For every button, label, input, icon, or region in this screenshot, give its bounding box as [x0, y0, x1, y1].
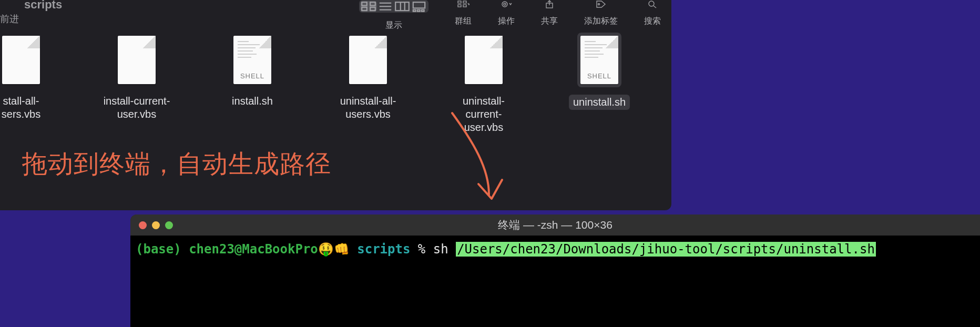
- terminal-titlebar[interactable]: 终端 — -zsh — 100×36: [130, 214, 980, 236]
- file-label: uninstall.sh: [569, 95, 630, 110]
- close-button[interactable]: [139, 221, 147, 229]
- svg-point-22: [649, 1, 654, 6]
- prompt-cwd: scripts: [357, 242, 410, 257]
- file-item[interactable]: stall-all- sers.vbs: [0, 33, 58, 134]
- svg-rect-10: [413, 2, 425, 8]
- terminal-window[interactable]: 终端 — -zsh — 100×36 (base) chen23@MacBook…: [130, 214, 980, 327]
- share-icon: [543, 0, 556, 8]
- file-label: uninstall-all- users.vbs: [340, 95, 396, 121]
- window-controls: [139, 221, 173, 229]
- svg-rect-15: [463, 1, 466, 3]
- search-icon: [646, 0, 659, 8]
- share-label: 共享: [541, 16, 558, 27]
- view-icons-button[interactable]: [360, 1, 377, 12]
- view-segmented-control[interactable]: [359, 0, 428, 13]
- view-mode-group: 显示: [359, 0, 428, 31]
- file-icon: [118, 36, 156, 84]
- svg-rect-1: [370, 2, 375, 5]
- search-label: 搜索: [644, 16, 661, 27]
- view-list-button[interactable]: [377, 1, 394, 12]
- svg-rect-13: [422, 9, 424, 11]
- svg-line-23: [654, 6, 656, 8]
- file-item[interactable]: install-current- user.vbs: [100, 33, 173, 134]
- svg-point-21: [598, 4, 600, 5]
- svg-rect-17: [463, 5, 466, 7]
- shell-file-icon: SHELL: [233, 36, 271, 84]
- file-icon: [2, 36, 40, 84]
- command: sh: [433, 242, 448, 257]
- search-button[interactable]: 搜索: [644, 0, 661, 27]
- tags-label: 添加标签: [584, 16, 618, 27]
- gear-icon: [500, 0, 513, 8]
- nav-forward-label[interactable]: 前进: [0, 13, 19, 25]
- svg-rect-14: [458, 1, 461, 3]
- tag-icon: [595, 0, 607, 8]
- svg-point-18: [502, 2, 507, 7]
- file-icon: [349, 36, 387, 84]
- prompt-env: (base): [136, 242, 181, 257]
- file-label: stall-all- sers.vbs: [2, 95, 40, 121]
- tags-button[interactable]: 添加标签: [584, 0, 618, 27]
- svg-rect-11: [413, 9, 416, 11]
- finder-title: scripts: [24, 0, 62, 12]
- view-columns-button[interactable]: [394, 1, 411, 12]
- action-label: 操作: [498, 16, 515, 27]
- minimize-button[interactable]: [152, 221, 160, 229]
- svg-rect-2: [362, 7, 367, 11]
- svg-rect-3: [370, 7, 375, 11]
- view-label: 显示: [385, 20, 402, 31]
- grid-icon: [457, 0, 469, 8]
- zoom-button[interactable]: [165, 221, 173, 229]
- shell-badge: SHELL: [580, 72, 618, 80]
- file-label: install-current- user.vbs: [104, 95, 170, 121]
- action-menu[interactable]: 操作: [498, 0, 515, 27]
- annotation-text: 拖动到终端，自动生成路径: [22, 147, 331, 181]
- svg-rect-16: [458, 5, 461, 7]
- shell-badge: SHELL: [233, 72, 271, 80]
- terminal-title: 终端 — -zsh — 100×36: [130, 218, 980, 232]
- shell-file-icon: SHELL: [580, 36, 618, 84]
- svg-rect-0: [362, 2, 367, 5]
- prompt-symbol: %: [418, 242, 425, 257]
- file-icon: [465, 36, 503, 84]
- terminal-body[interactable]: (base) chen23@MacBookPro🤑👊 scripts % sh …: [130, 236, 980, 327]
- group-menu[interactable]: 群组: [455, 0, 472, 27]
- share-button[interactable]: 共享: [541, 0, 558, 27]
- view-gallery-button[interactable]: [411, 1, 427, 12]
- group-label: 群组: [455, 16, 472, 27]
- file-label: install.sh: [232, 95, 273, 108]
- prompt-userhost: chen23@MacBookPro: [189, 242, 318, 257]
- file-item[interactable]: SHELLuninstall.sh: [563, 33, 636, 134]
- file-item[interactable]: SHELLinstall.sh: [216, 33, 289, 134]
- svg-point-19: [504, 3, 506, 5]
- file-item[interactable]: uninstall-current- user.vbs: [447, 33, 520, 134]
- finder-toolbar-groups: 显示 群组 操作 共享 添加标签: [359, 0, 661, 31]
- prompt-emoji: 🤑👊: [318, 242, 350, 257]
- file-label: uninstall-current- user.vbs: [447, 95, 520, 134]
- file-grid: stall-all- sers.vbsinstall-current- user…: [0, 33, 636, 134]
- command-path: /Users/chen23/Downloads/jihuo-tool/scrip…: [456, 242, 876, 257]
- svg-rect-7: [395, 2, 409, 11]
- finder-toolbar: 前进 scripts 显示 群组 操作: [0, 0, 671, 26]
- file-item[interactable]: uninstall-all- users.vbs: [331, 33, 405, 134]
- svg-rect-12: [417, 9, 420, 11]
